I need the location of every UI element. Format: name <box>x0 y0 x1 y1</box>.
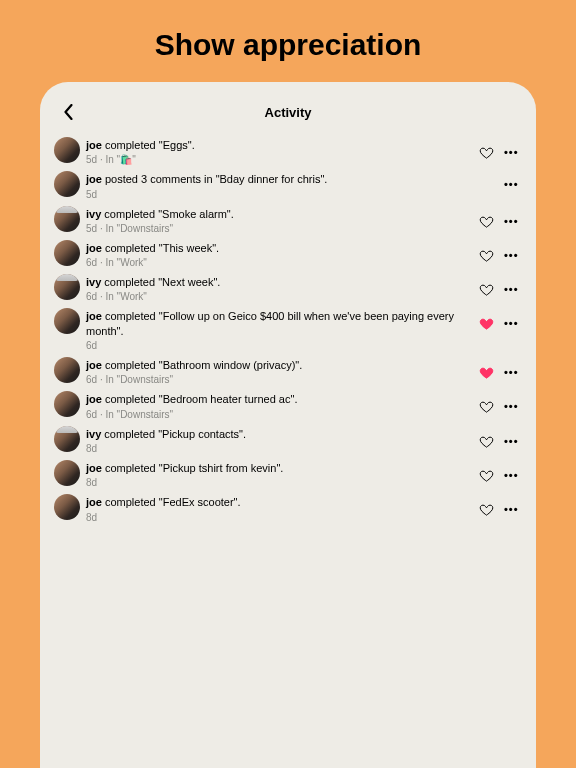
more-icon[interactable]: ••• <box>504 367 520 378</box>
chevron-left-icon <box>63 104 74 120</box>
activity-feed: joe completed "Eggs".5d · In "🛍️"•••joe … <box>52 134 524 526</box>
activity-row: ivy completed "Smoke alarm".5d · In "Dow… <box>52 203 524 237</box>
activity-user: joe <box>86 139 102 151</box>
activity-actions: ••• <box>479 357 522 380</box>
activity-text: joe completed "This week". <box>86 241 473 255</box>
activity-text: ivy completed "Smoke alarm". <box>86 207 473 221</box>
activity-actions: ••• <box>479 426 522 449</box>
activity-row: joe completed "Follow up on Geico $400 b… <box>52 305 524 354</box>
activity-row: ivy completed "Pickup contacts".8d••• <box>52 423 524 457</box>
activity-text: joe completed "Pickup tshirt from kevin"… <box>86 461 473 475</box>
heart-icon[interactable] <box>479 502 494 517</box>
activity-action: completed "Smoke alarm". <box>101 208 234 220</box>
activity-body: joe completed "Follow up on Geico $400 b… <box>86 308 473 351</box>
more-icon[interactable]: ••• <box>504 147 520 158</box>
activity-body: joe completed "Bedroom heater turned ac"… <box>86 391 473 419</box>
activity-row: joe completed "FedEx scooter".8d••• <box>52 491 524 525</box>
activity-actions: ••• <box>479 308 522 331</box>
avatar[interactable] <box>54 274 80 300</box>
more-icon[interactable]: ••• <box>504 284 520 295</box>
heart-icon[interactable] <box>479 316 494 331</box>
activity-user: joe <box>86 393 102 405</box>
avatar[interactable] <box>54 240 80 266</box>
activity-action: completed "Pickup tshirt from kevin". <box>102 462 283 474</box>
activity-user: ivy <box>86 428 101 440</box>
more-icon[interactable]: ••• <box>504 179 520 190</box>
activity-meta: 6d <box>86 340 473 351</box>
activity-body: ivy completed "Pickup contacts".8d <box>86 426 473 454</box>
activity-text: joe completed "FedEx scooter". <box>86 495 473 509</box>
activity-row: joe completed "This week".6d · In "Work"… <box>52 237 524 271</box>
activity-actions: ••• <box>504 171 522 190</box>
activity-action: completed "Bathroom window (privacy)". <box>102 359 302 371</box>
activity-text: joe posted 3 comments in "Bday dinner fo… <box>86 172 498 186</box>
heart-icon[interactable] <box>479 145 494 160</box>
more-icon[interactable]: ••• <box>504 504 520 515</box>
activity-row: joe completed "Pickup tshirt from kevin"… <box>52 457 524 491</box>
hero-title: Show appreciation <box>0 0 576 82</box>
activity-user: joe <box>86 496 102 508</box>
activity-meta: 5d <box>86 189 498 200</box>
more-icon[interactable]: ••• <box>504 436 520 447</box>
heart-icon[interactable] <box>479 468 494 483</box>
activity-meta: 6d · In "Work" <box>86 291 473 302</box>
activity-action: completed "Pickup contacts". <box>101 428 246 440</box>
activity-user: joe <box>86 359 102 371</box>
activity-body: joe completed "Eggs".5d · In "🛍️" <box>86 137 473 165</box>
more-icon[interactable]: ••• <box>504 401 520 412</box>
activity-action: completed "Next week". <box>101 276 220 288</box>
activity-row: joe completed "Bedroom heater turned ac"… <box>52 388 524 422</box>
screen-title: Activity <box>265 105 312 120</box>
activity-actions: ••• <box>479 494 522 517</box>
avatar[interactable] <box>54 391 80 417</box>
activity-row: joe completed "Bathroom window (privacy)… <box>52 354 524 388</box>
activity-action: completed "Eggs". <box>102 139 195 151</box>
phone-frame: Activity joe completed "Eggs".5d · In "🛍… <box>40 82 536 768</box>
header-bar: Activity <box>52 100 524 124</box>
activity-meta: 5d · In "Downstairs" <box>86 223 473 234</box>
activity-user: joe <box>86 310 102 322</box>
heart-icon[interactable] <box>479 399 494 414</box>
heart-icon[interactable] <box>479 214 494 229</box>
activity-action: completed "This week". <box>102 242 219 254</box>
more-icon[interactable]: ••• <box>504 318 520 329</box>
activity-row: joe posted 3 comments in "Bday dinner fo… <box>52 168 524 202</box>
avatar[interactable] <box>54 460 80 486</box>
avatar[interactable] <box>54 426 80 452</box>
activity-meta: 6d · In "Downstairs" <box>86 374 473 385</box>
avatar[interactable] <box>54 308 80 334</box>
activity-user: joe <box>86 242 102 254</box>
activity-meta: 8d <box>86 443 473 454</box>
activity-body: ivy completed "Next week".6d · In "Work" <box>86 274 473 302</box>
activity-user: ivy <box>86 276 101 288</box>
heart-icon[interactable] <box>479 248 494 263</box>
activity-meta: 5d · In "🛍️" <box>86 154 473 165</box>
activity-meta: 6d · In "Downstairs" <box>86 409 473 420</box>
heart-icon[interactable] <box>479 365 494 380</box>
activity-body: joe completed "Pickup tshirt from kevin"… <box>86 460 473 488</box>
activity-action: completed "FedEx scooter". <box>102 496 241 508</box>
more-icon[interactable]: ••• <box>504 470 520 481</box>
activity-actions: ••• <box>479 391 522 414</box>
activity-meta: 6d · In "Work" <box>86 257 473 268</box>
avatar[interactable] <box>54 494 80 520</box>
avatar[interactable] <box>54 137 80 163</box>
activity-text: joe completed "Eggs". <box>86 138 473 152</box>
activity-row: joe completed "Eggs".5d · In "🛍️"••• <box>52 134 524 168</box>
more-icon[interactable]: ••• <box>504 250 520 261</box>
avatar[interactable] <box>54 357 80 383</box>
back-button[interactable] <box>56 100 80 124</box>
activity-row: ivy completed "Next week".6d · In "Work"… <box>52 271 524 305</box>
heart-icon[interactable] <box>479 282 494 297</box>
more-icon[interactable]: ••• <box>504 216 520 227</box>
heart-icon[interactable] <box>479 434 494 449</box>
activity-body: ivy completed "Smoke alarm".5d · In "Dow… <box>86 206 473 234</box>
activity-meta: 8d <box>86 512 473 523</box>
avatar[interactable] <box>54 171 80 197</box>
activity-user: joe <box>86 173 102 185</box>
activity-text: joe completed "Follow up on Geico $400 b… <box>86 309 473 338</box>
activity-user: ivy <box>86 208 101 220</box>
activity-action: posted 3 comments in "Bday dinner for ch… <box>102 173 327 185</box>
activity-actions: ••• <box>479 206 522 229</box>
avatar[interactable] <box>54 206 80 232</box>
